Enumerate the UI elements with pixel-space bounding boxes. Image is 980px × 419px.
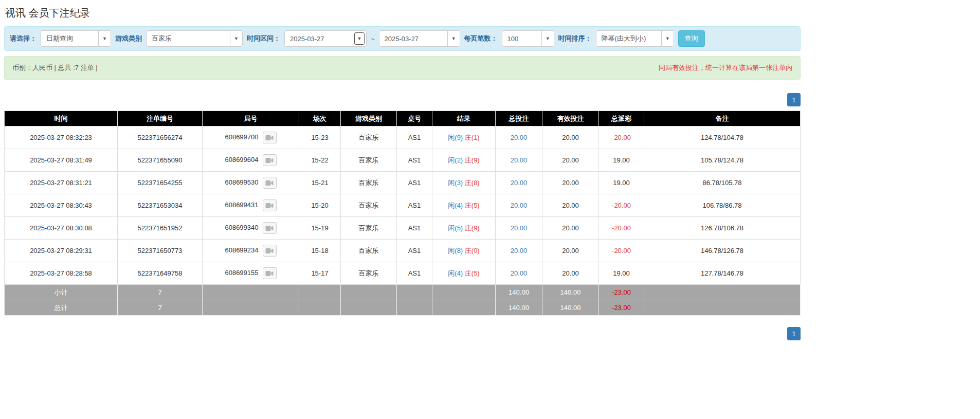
summary-payout: -23.00 bbox=[599, 285, 644, 300]
bet-id: 522371650773 bbox=[118, 240, 203, 262]
result-player: 闲(9) bbox=[448, 134, 463, 141]
payout-amount: 19.00 bbox=[599, 262, 644, 285]
game-type-select[interactable]: 百家乐 ▼ bbox=[146, 30, 243, 47]
page-size-select[interactable]: 100 ▼ bbox=[502, 30, 554, 47]
video-replay-button[interactable] bbox=[263, 154, 277, 166]
query-type-select[interactable]: 日期查询 ▼ bbox=[41, 30, 111, 47]
table-number: AS1 bbox=[397, 126, 432, 149]
note-balance: 124.78/104.78 bbox=[644, 126, 801, 149]
video-camera-icon bbox=[265, 180, 274, 186]
date-to-value: 2025-03-27 bbox=[379, 31, 447, 46]
video-replay-button[interactable] bbox=[263, 245, 277, 257]
chevron-down-icon[interactable]: ▼ bbox=[541, 31, 554, 46]
round-cell: 608699604 bbox=[203, 149, 299, 172]
summary-payout: -23.00 bbox=[599, 300, 644, 316]
session-number: 15-19 bbox=[299, 217, 341, 240]
total-bet-link[interactable]: 20.00 bbox=[496, 172, 542, 194]
summary-total-bet: 140.00 bbox=[496, 285, 542, 300]
column-header: 结果 bbox=[432, 111, 496, 126]
total-bet-link[interactable]: 20.00 bbox=[496, 194, 542, 217]
game-type: 百家乐 bbox=[341, 194, 397, 217]
payout-amount: -20.00 bbox=[599, 194, 644, 217]
range-tilde: ~ bbox=[371, 35, 375, 43]
chevron-down-icon[interactable]: ▼ bbox=[98, 31, 111, 46]
video-camera-icon bbox=[265, 248, 274, 254]
game-type: 百家乐 bbox=[341, 126, 397, 149]
result-cell: 闲(3) 庄(8) bbox=[432, 172, 496, 194]
page-button-1[interactable]: 1 bbox=[787, 327, 801, 340]
total-bet-link[interactable]: 20.00 bbox=[496, 262, 542, 285]
result-cell: 闲(9) 庄(1) bbox=[432, 126, 496, 149]
time-sort-select[interactable]: 降幂(由大到小) ▼ bbox=[596, 30, 674, 47]
table-row: 2025-03-27 08:32:23 522371656274 6086997… bbox=[5, 126, 801, 149]
table-number: AS1 bbox=[397, 262, 432, 285]
video-replay-button[interactable] bbox=[263, 177, 277, 189]
result-cell: 闲(5) 庄(9) bbox=[432, 217, 496, 240]
column-header: 总派彩 bbox=[599, 111, 644, 126]
column-header: 备注 bbox=[644, 111, 801, 126]
video-camera-icon bbox=[265, 203, 274, 209]
column-header: 总投注 bbox=[496, 111, 542, 126]
column-header: 桌号 bbox=[397, 111, 432, 126]
video-replay-button[interactable] bbox=[263, 199, 277, 211]
bet-id: 522371653034 bbox=[118, 194, 203, 217]
table-header-row: 时间注单编号局号场次游戏类别桌号结果总投注有效投注总派彩备注 bbox=[5, 111, 801, 126]
bet-time: 2025-03-27 08:32:23 bbox=[5, 126, 118, 149]
bet-time: 2025-03-27 08:30:43 bbox=[5, 194, 118, 217]
round-id: 608699340 bbox=[225, 224, 258, 231]
chevron-down-icon[interactable]: ▼ bbox=[661, 31, 674, 46]
table-number: AS1 bbox=[397, 240, 432, 262]
bet-id: 522371655090 bbox=[118, 149, 203, 172]
result-cell: 闲(4) 庄(5) bbox=[432, 194, 496, 217]
session-number: 15-22 bbox=[299, 149, 341, 172]
video-replay-button[interactable] bbox=[263, 132, 277, 143]
result-banker: 庄(9) bbox=[465, 224, 480, 232]
result-cell: 闲(2) 庄(9) bbox=[432, 149, 496, 172]
result-cell: 闲(4) 庄(5) bbox=[432, 262, 496, 285]
total-bet-link[interactable]: 20.00 bbox=[496, 240, 542, 262]
video-camera-icon bbox=[265, 270, 274, 277]
chevron-down-icon[interactable]: ▼ bbox=[354, 32, 365, 45]
video-replay-button[interactable] bbox=[263, 222, 277, 234]
page-button-1[interactable]: 1 bbox=[787, 93, 801, 106]
game-type: 百家乐 bbox=[341, 172, 397, 194]
video-camera-icon bbox=[265, 225, 274, 231]
round-cell: 608699340 bbox=[203, 217, 299, 240]
column-header: 场次 bbox=[299, 111, 341, 126]
total-bet-link[interactable]: 20.00 bbox=[496, 126, 542, 149]
summary-label: 小计 bbox=[5, 285, 118, 300]
result-player: 闲(4) bbox=[448, 269, 463, 277]
round-cell: 608699700 bbox=[203, 126, 299, 149]
bet-time: 2025-03-27 08:31:21 bbox=[5, 172, 118, 194]
page-size-label: 每页笔数： bbox=[464, 34, 498, 43]
bet-time: 2025-03-27 08:29:31 bbox=[5, 240, 118, 262]
result-banker: 庄(5) bbox=[465, 202, 480, 209]
page-title: 视讯 会员下注纪录 bbox=[5, 6, 801, 20]
bet-id: 522371656274 bbox=[118, 126, 203, 149]
chevron-down-icon[interactable]: ▼ bbox=[230, 31, 242, 46]
note-balance: 126.78/106.78 bbox=[644, 217, 801, 240]
game-type-label: 游戏类别 bbox=[115, 34, 142, 43]
total-bet-link[interactable]: 20.00 bbox=[496, 217, 542, 240]
round-cell: 608699234 bbox=[203, 240, 299, 262]
round-id: 608699155 bbox=[225, 269, 258, 277]
date-to-select[interactable]: 2025-03-27 ▼ bbox=[379, 30, 460, 47]
date-from-select[interactable]: 2025-03-27 ▼ bbox=[284, 30, 367, 47]
time-range-label: 时间区间： bbox=[247, 34, 280, 43]
valid-bet: 20.00 bbox=[542, 217, 599, 240]
result-player: 闲(2) bbox=[448, 156, 463, 164]
same-round-notice: 同局有效投注，统一计算在该局第一张注单内 bbox=[659, 63, 792, 72]
summary-valid-bet: 140.00 bbox=[542, 285, 599, 300]
search-button[interactable]: 查询 bbox=[678, 30, 705, 47]
result-banker: 庄(9) bbox=[465, 156, 480, 164]
chevron-down-icon[interactable]: ▼ bbox=[447, 31, 460, 46]
bet-time: 2025-03-27 08:31:49 bbox=[5, 149, 118, 172]
video-replay-button[interactable] bbox=[263, 267, 277, 279]
note-balance: 86.78/105.78 bbox=[644, 172, 801, 194]
round-cell: 608699155 bbox=[203, 262, 299, 285]
total-bet-link[interactable]: 20.00 bbox=[496, 149, 542, 172]
round-id: 608699234 bbox=[225, 246, 258, 254]
table-number: AS1 bbox=[397, 149, 432, 172]
round-cell: 608699530 bbox=[203, 172, 299, 194]
session-number: 15-18 bbox=[299, 240, 341, 262]
